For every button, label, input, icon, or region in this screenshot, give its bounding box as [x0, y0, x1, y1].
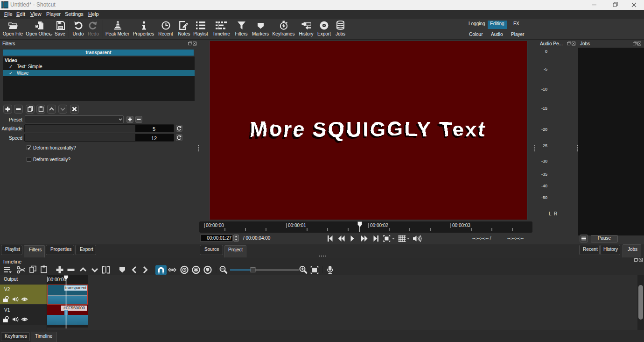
svg-text:More SQUIGGLY Text: More SQUIGGLY Text	[250, 117, 487, 141]
svg-text:00:00:03: 00:00:03	[452, 223, 470, 228]
svg-text:00:00:02: 00:00:02	[370, 223, 388, 228]
svg-text:00:00:00: 00:00:00	[206, 223, 224, 228]
svg-text:00:00:01: 00:00:01	[288, 223, 306, 228]
